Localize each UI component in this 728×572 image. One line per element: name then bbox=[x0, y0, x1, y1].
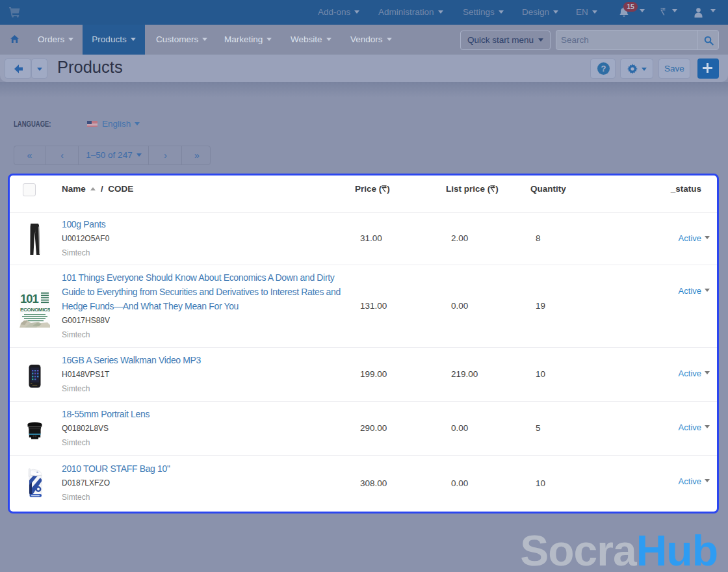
svg-text:101: 101 bbox=[20, 292, 39, 306]
svg-text:ECONOMICS: ECONOMICS bbox=[20, 307, 50, 313]
